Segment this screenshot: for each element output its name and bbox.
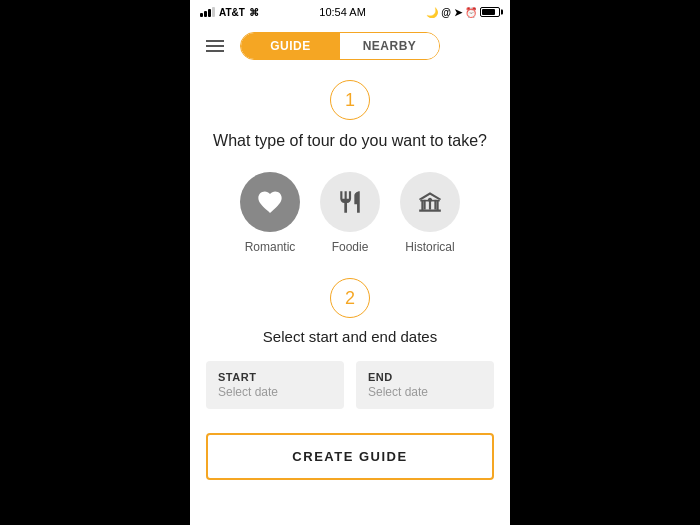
moon-icon: 🌙 (426, 7, 438, 18)
location-icon: ➤ (454, 7, 462, 18)
carrier-label: AT&T (219, 7, 245, 18)
step2-number: 2 (345, 288, 355, 309)
tab-switcher: GUIDE NEARBY (240, 32, 440, 60)
wifi-icon: ⌘ (249, 7, 259, 18)
romantic-label: Romantic (245, 240, 296, 254)
foodie-icon-circle (320, 172, 380, 232)
heart-icon (256, 188, 284, 216)
tour-options: Romantic Foodie (240, 172, 460, 254)
date-inputs: START Select date END Select date (206, 361, 494, 409)
end-date-field[interactable]: END Select date (356, 361, 494, 409)
start-date-label: START (218, 371, 332, 383)
svg-rect-3 (420, 200, 440, 202)
hamburger-menu-button[interactable] (206, 40, 224, 52)
at-icon: @ (441, 7, 451, 18)
end-date-label: END (368, 371, 482, 383)
signal-bars-icon (200, 7, 215, 17)
create-guide-button[interactable]: CREATE GUIDE (206, 433, 494, 480)
historical-icon-circle (400, 172, 460, 232)
main-content: 1 What type of tour do you want to take?… (190, 68, 510, 525)
tour-option-romantic[interactable]: Romantic (240, 172, 300, 254)
battery-icon (480, 7, 500, 17)
tour-option-historical[interactable]: Historical (400, 172, 460, 254)
end-date-placeholder: Select date (368, 385, 482, 399)
tab-nearby[interactable]: NEARBY (340, 33, 439, 59)
start-date-placeholder: Select date (218, 385, 332, 399)
tab-guide[interactable]: GUIDE (241, 33, 340, 59)
start-date-field[interactable]: START Select date (206, 361, 344, 409)
status-bar: AT&T ⌘ 10:54 AM 🌙 @ ➤ ⏰ (190, 0, 510, 24)
status-time: 10:54 AM (319, 6, 365, 18)
foodie-label: Foodie (332, 240, 369, 254)
fork-knife-icon (337, 189, 363, 215)
alarm-icon: ⏰ (465, 7, 477, 18)
step1-question: What type of tour do you want to take? (213, 130, 487, 152)
step1-number: 1 (345, 90, 355, 111)
step2-circle: 2 (330, 278, 370, 318)
status-right: 🌙 @ ➤ ⏰ (426, 7, 500, 18)
building-icon (417, 189, 443, 215)
phone-frame: AT&T ⌘ 10:54 AM 🌙 @ ➤ ⏰ GUIDE NEARBY (190, 0, 510, 525)
step1-circle: 1 (330, 80, 370, 120)
historical-label: Historical (405, 240, 454, 254)
status-left: AT&T ⌘ (200, 7, 259, 18)
step2-section: 2 Select start and end dates START Selec… (206, 278, 494, 480)
step2-heading: Select start and end dates (263, 328, 437, 345)
navbar: GUIDE NEARBY (190, 24, 510, 68)
tour-option-foodie[interactable]: Foodie (320, 172, 380, 254)
romantic-icon-circle (240, 172, 300, 232)
